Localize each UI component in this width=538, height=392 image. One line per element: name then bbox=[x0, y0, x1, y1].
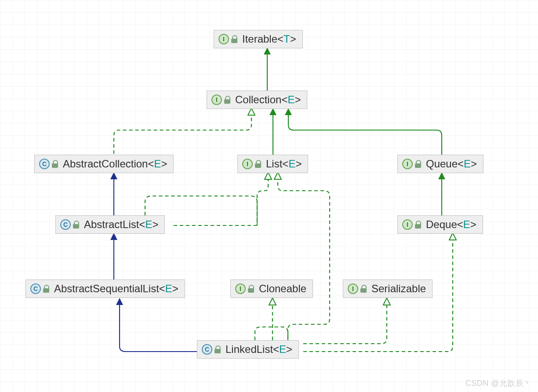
lock-icon bbox=[224, 96, 231, 103]
node-collection[interactable]: I Collection<E> bbox=[207, 91, 307, 109]
node-abstractsequentiallist[interactable]: C AbstractSequentialList<E> bbox=[25, 279, 185, 298]
node-deque[interactable]: I Deque<E> bbox=[397, 215, 483, 234]
interface-icon: I bbox=[211, 94, 222, 105]
lock-icon bbox=[73, 221, 80, 228]
lock-icon bbox=[43, 285, 50, 292]
lock-icon bbox=[214, 346, 221, 353]
lock-icon bbox=[360, 285, 367, 292]
interface-icon: I bbox=[242, 159, 253, 169]
node-abstractlist[interactable]: C AbstractList<E> bbox=[55, 215, 165, 234]
type-name: Serializable bbox=[371, 283, 426, 295]
type-name: List<E> bbox=[266, 158, 302, 170]
class-icon: C bbox=[39, 159, 50, 169]
type-name: Cloneable bbox=[259, 283, 306, 295]
watermark: CSDN @允歆辰丶 bbox=[465, 378, 532, 388]
class-icon: C bbox=[60, 219, 71, 230]
interface-icon: I bbox=[402, 159, 413, 169]
node-list[interactable]: I List<E> bbox=[237, 155, 308, 173]
interface-icon: I bbox=[235, 283, 246, 294]
lock-icon bbox=[247, 285, 254, 292]
type-name: Queue<E> bbox=[426, 158, 477, 170]
type-name: AbstractList<E> bbox=[84, 218, 158, 231]
node-iterable[interactable]: I Iterable<T> bbox=[214, 30, 303, 48]
lock-icon bbox=[231, 36, 238, 43]
lock-icon bbox=[51, 160, 58, 167]
lock-icon bbox=[414, 221, 422, 228]
interface-icon: I bbox=[402, 219, 413, 230]
node-cloneable[interactable]: I Cloneable bbox=[230, 279, 313, 298]
interface-icon: I bbox=[218, 34, 229, 44]
type-name: AbstractSequentialList<E> bbox=[54, 283, 178, 295]
type-name: Collection<E> bbox=[235, 94, 301, 106]
class-icon: C bbox=[202, 344, 212, 355]
type-name: Deque<E> bbox=[426, 218, 476, 231]
type-name: Iterable<T> bbox=[242, 33, 296, 45]
background-grid bbox=[0, 0, 538, 392]
interface-icon: I bbox=[348, 283, 358, 294]
class-icon: C bbox=[30, 283, 41, 294]
node-abstractcollection[interactable]: C AbstractCollection<E> bbox=[34, 155, 174, 173]
lock-icon bbox=[254, 160, 262, 167]
node-serializable[interactable]: I Serializable bbox=[343, 279, 433, 298]
lock-icon bbox=[414, 160, 422, 167]
node-queue[interactable]: I Queue<E> bbox=[397, 155, 483, 173]
type-name: AbstractCollection<E> bbox=[63, 158, 167, 170]
type-name: LinkedList<E> bbox=[225, 343, 292, 356]
node-linkedlist[interactable]: C LinkedList<E> bbox=[197, 340, 299, 359]
